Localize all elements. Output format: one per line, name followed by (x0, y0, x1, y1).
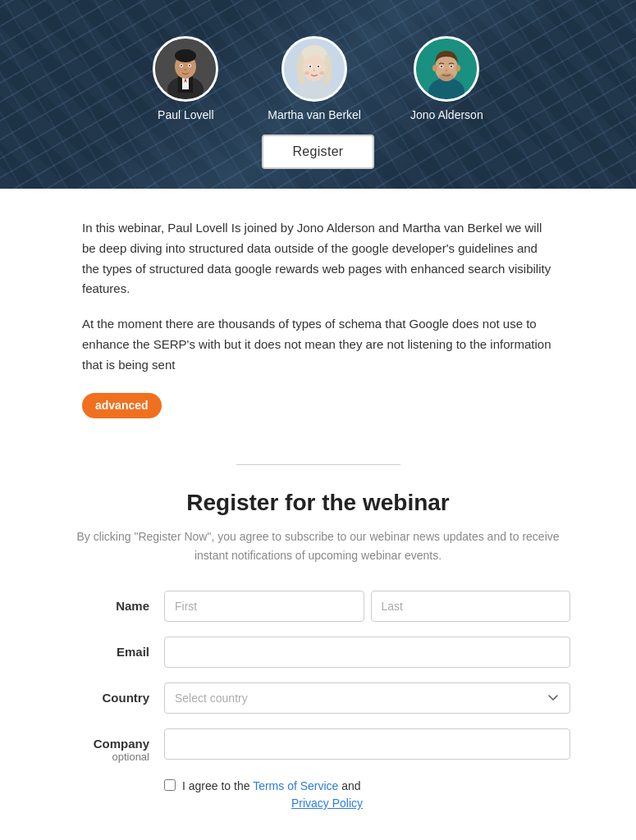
speaker-martha-name: Martha van Berkel (268, 108, 361, 121)
name-field-row: Name (66, 591, 570, 622)
country-label: Country (66, 682, 164, 705)
svg-point-9 (181, 65, 182, 66)
company-field-row: Company optional (66, 728, 570, 763)
speakers-row: Paul Lovell (153, 20, 483, 121)
country-select[interactable]: Select country United States United King… (164, 682, 570, 714)
svg-point-15 (303, 55, 326, 81)
agree-and-text: and (338, 779, 360, 792)
svg-point-26 (432, 65, 437, 71)
avatar-paul (153, 36, 218, 102)
hero-section: Paul Lovell (0, 0, 636, 189)
speaker-jono-name: Jono Alderson (410, 108, 483, 121)
name-inputs (164, 591, 570, 622)
email-input[interactable] (164, 637, 570, 668)
svg-point-6 (175, 49, 196, 62)
agree-text-container: I agree to the Terms of Service and (182, 778, 361, 795)
first-name-input[interactable] (164, 591, 364, 622)
registration-form-section: Register for the webinar By clicking "Re… (0, 473, 636, 840)
agree-prefix-text: I agree to the (182, 779, 253, 792)
content-section: In this webinar, Paul Lovell Is joined b… (0, 189, 636, 435)
svg-point-30 (441, 66, 443, 68)
email-label: Email (66, 637, 164, 659)
company-input-wrapper (164, 728, 570, 760)
company-optional-label: optional (66, 751, 149, 763)
company-input[interactable] (164, 728, 570, 760)
svg-point-20 (313, 70, 315, 71)
svg-point-10 (189, 65, 190, 66)
svg-point-18 (309, 66, 311, 67)
svg-point-31 (451, 66, 453, 68)
email-input-wrapper (164, 637, 570, 668)
speaker-paul-name: Paul Lovell (158, 108, 214, 121)
content-paragraph-2: At the moment there are thousands of typ… (82, 314, 554, 375)
form-title: Register for the webinar (66, 490, 570, 516)
avatar-jono (414, 36, 479, 102)
section-divider (236, 464, 400, 465)
last-name-input[interactable] (371, 591, 571, 622)
svg-point-27 (455, 65, 460, 71)
speaker-paul: Paul Lovell (153, 36, 218, 121)
svg-point-11 (185, 69, 187, 71)
avatar-martha (281, 36, 347, 102)
advanced-badge: advanced (82, 393, 162, 418)
speaker-jono: Jono Alderson (410, 36, 483, 121)
svg-point-19 (318, 66, 319, 67)
speaker-martha: Martha van Berkel (268, 36, 361, 121)
agree-checkbox[interactable] (164, 779, 176, 791)
email-field-row: Email (66, 637, 570, 668)
privacy-policy-link[interactable]: Privacy Policy (84, 797, 570, 810)
svg-point-22 (319, 71, 324, 75)
content-paragraph-1: In this webinar, Paul Lovell Is joined b… (82, 218, 554, 299)
svg-point-21 (304, 71, 309, 75)
name-label: Name (66, 591, 164, 613)
form-subtitle: By clicking "Register Now", you agree to… (66, 527, 570, 564)
country-field-row: Country Select country United States Uni… (66, 682, 570, 714)
agree-row: I agree to the Terms of Service and Priv… (66, 778, 570, 810)
hero-register-button[interactable]: Register (262, 135, 375, 169)
svg-point-33 (439, 73, 454, 81)
agree-container: I agree to the Terms of Service and (164, 778, 570, 795)
company-label: Company optional (66, 728, 164, 763)
country-select-wrapper: Select country United States United King… (164, 682, 570, 714)
svg-point-32 (446, 70, 448, 71)
tos-link[interactable]: Terms of Service (253, 779, 338, 792)
